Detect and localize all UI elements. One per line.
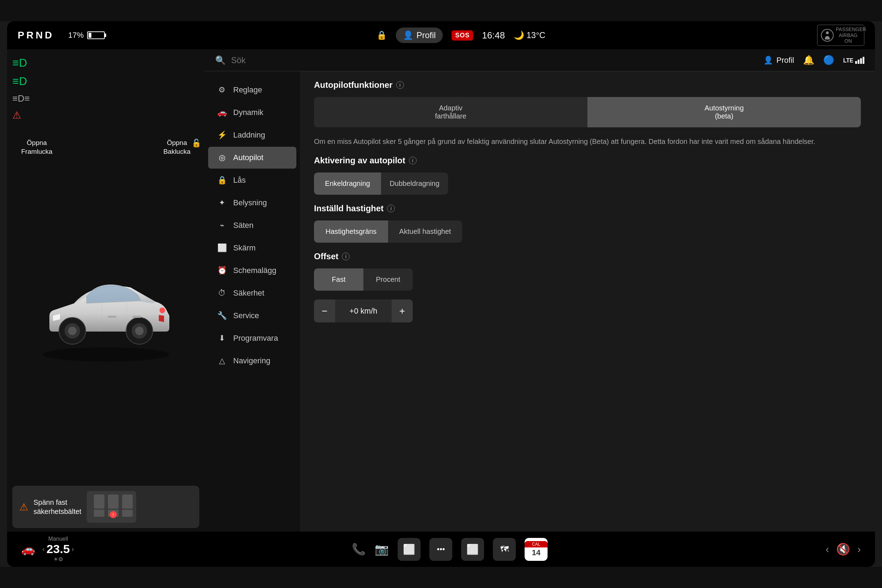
hazard-icon[interactable]: ⚠ bbox=[12, 110, 21, 121]
moon-icon: 🌙 bbox=[514, 30, 524, 40]
menu-item-laddning[interactable]: ⚡ Laddning bbox=[208, 124, 296, 146]
notification-icon[interactable]: 🔔 bbox=[803, 55, 814, 66]
menu-label-schemalag: Schemalägg bbox=[233, 266, 276, 275]
search-input[interactable] bbox=[231, 56, 764, 65]
menu-item-schemalag[interactable]: ⏰ Schemalägg bbox=[208, 260, 296, 282]
programvara-icon: ⬇ bbox=[217, 334, 227, 343]
seatbelt-warning-text: Spänn fast säkerhetsbältet bbox=[33, 498, 81, 516]
car-taskbar-icon[interactable]: 🚗 bbox=[21, 543, 35, 556]
dots-icon: ••• bbox=[437, 544, 445, 554]
navigering-icon: △ bbox=[217, 356, 227, 365]
temperature-value: 13°C bbox=[526, 30, 545, 40]
menu-item-navigering[interactable]: △ Navigering bbox=[208, 350, 296, 372]
menu-label-programvara: Programvara bbox=[233, 334, 278, 343]
hastighet-info-icon[interactable]: i bbox=[387, 205, 395, 212]
autostyrning-btn[interactable]: Autostyrning(beta) bbox=[587, 97, 861, 128]
menu-label-dynamik: Dynamik bbox=[233, 108, 264, 117]
nav-left-btn[interactable]: ‹ bbox=[825, 543, 829, 555]
lock-status-icon: 🔒 bbox=[376, 30, 387, 40]
car-container: Öppna Framlucka Öppna Baklucka 🔓 bbox=[7, 128, 205, 482]
more-apps-btn[interactable]: ••• bbox=[429, 538, 452, 561]
parking-light-icon[interactable]: ≡D≡ bbox=[12, 93, 30, 104]
adaptiv-farthallare-btn[interactable]: Adaptivfarthållare bbox=[314, 97, 587, 128]
menu-item-belysning[interactable]: ✦ Belysning bbox=[208, 192, 296, 214]
airbag-person-icon bbox=[821, 29, 834, 42]
svg-rect-15 bbox=[108, 495, 118, 508]
procent-btn[interactable]: Procent bbox=[363, 268, 413, 291]
saten-icon: ⌁ bbox=[217, 221, 227, 230]
taskbar-right: ‹ 🔇 › bbox=[825, 543, 861, 556]
parking-light-icon-item: ≡D≡ bbox=[12, 93, 200, 104]
menu-item-sakerhet[interactable]: ⏱ Säkerhet bbox=[208, 282, 296, 304]
home-screen-btn[interactable]: ⬜ bbox=[398, 538, 420, 561]
bluetooth-icon[interactable]: 🔵 bbox=[823, 55, 834, 66]
menu-item-dynamik[interactable]: 🚗 Dynamik bbox=[208, 102, 296, 123]
taskbar: 🚗 Manuell ‹ 23.5 › ☀⚙ 📞 📷 ⬜ ••• ⬜ bbox=[7, 532, 875, 567]
temp-value-display: 23.5 bbox=[46, 542, 70, 556]
battery-icon bbox=[87, 32, 105, 39]
aktivering-section-title: Aktivering av autopilot i bbox=[314, 156, 861, 165]
car-visual-area: Öppna Framlucka Öppna Baklucka 🔓 bbox=[7, 128, 205, 482]
svg-rect-11 bbox=[132, 316, 141, 318]
menu-item-service[interactable]: 🔧 Service bbox=[208, 305, 296, 327]
dubbeldragning-btn[interactable]: Dubbeldragning bbox=[381, 172, 448, 195]
map-btn[interactable]: 🗺 bbox=[493, 538, 516, 561]
menu-item-autopilot[interactable]: ◎ Autopilot bbox=[208, 147, 296, 169]
menu-item-saten[interactable]: ⌁ Säten bbox=[208, 214, 296, 236]
menu-item-las[interactable]: 🔒 Lås bbox=[208, 169, 296, 191]
hazard-icon-item: ⚠ bbox=[12, 110, 200, 121]
offset-info-icon[interactable]: i bbox=[342, 252, 350, 260]
lte-signal-icon: LTE bbox=[843, 57, 864, 64]
headlight-icon[interactable]: ≡D bbox=[12, 56, 27, 69]
calendar-btn[interactable]: CAL 14 bbox=[525, 538, 548, 561]
profile-section-header[interactable]: 👤 Profil bbox=[764, 56, 794, 65]
hastighet-title-text: Inställd hastighet bbox=[314, 204, 384, 213]
headlight-icon-item: ≡D bbox=[12, 56, 200, 69]
speed-plus-btn[interactable]: + bbox=[392, 300, 413, 322]
offset-section-title: Offset i bbox=[314, 252, 861, 261]
interior-light-icon-item: ≡D bbox=[12, 75, 200, 88]
warning-triangle-icon: ⚠ bbox=[20, 501, 28, 513]
temp-decrease-btn[interactable]: ‹ bbox=[42, 545, 45, 553]
phone-icon[interactable]: 📞 bbox=[352, 543, 366, 556]
svg-rect-10 bbox=[108, 316, 116, 318]
aktuell-hastighet-btn[interactable]: Aktuell hastighet bbox=[388, 220, 462, 243]
svg-rect-18 bbox=[122, 510, 133, 517]
nav-right-btn[interactable]: › bbox=[857, 543, 861, 555]
temp-increase-btn[interactable]: › bbox=[72, 545, 74, 553]
open-baklucka-label[interactable]: Öppna Baklucka bbox=[164, 139, 190, 156]
status-bar: PRND 17% 🔒 👤 Profil SOS 16:48 🌙 13°C bbox=[7, 21, 875, 50]
offset-title-text: Offset bbox=[314, 252, 338, 261]
sakerhet-icon: ⏱ bbox=[217, 288, 227, 298]
menu-item-skarm[interactable]: ⬜ Skärm bbox=[208, 237, 296, 259]
speed-minus-btn[interactable]: − bbox=[314, 300, 335, 322]
interior-light-icon[interactable]: ≡D bbox=[12, 75, 27, 88]
menu-label-service: Service bbox=[233, 311, 259, 320]
right-panel: 🔍 👤 Profil 🔔 🔵 LTE bbox=[205, 50, 875, 532]
apps-icon: ⬜ bbox=[466, 543, 479, 555]
settings-body: ⚙ Reglage 🚗 Dynamik ⚡ Laddning ◎ Autopil… bbox=[205, 71, 875, 532]
menu-item-programvara[interactable]: ⬇ Programvara bbox=[208, 327, 296, 349]
profile-person-icon: 👤 bbox=[403, 30, 414, 40]
taskbar-center: 📞 📷 ⬜ ••• ⬜ 🗺 CAL 14 bbox=[352, 538, 548, 561]
calendar-date: 14 bbox=[532, 548, 540, 557]
autopilot-icon: ◎ bbox=[217, 153, 227, 162]
temp-icons-label: ☀⚙ bbox=[53, 556, 63, 562]
speed-value: +0 km/h bbox=[335, 306, 392, 316]
profile-button[interactable]: 👤 Profil bbox=[396, 27, 443, 43]
app-launcher-btn[interactable]: ⬜ bbox=[461, 538, 484, 561]
aktivering-info-icon[interactable]: i bbox=[409, 157, 417, 164]
volume-icon[interactable]: 🔇 bbox=[836, 543, 850, 556]
enkeldragning-btn[interactable]: Enkeldragning bbox=[314, 172, 381, 195]
open-framlucka-label[interactable]: Öppna Framlucka bbox=[21, 139, 52, 156]
sos-badge[interactable]: SOS bbox=[452, 30, 473, 40]
menu-item-reglage[interactable]: ⚙ Reglage bbox=[208, 79, 296, 101]
hastighetsgrans-btn[interactable]: Hastighetsgräns bbox=[314, 220, 388, 243]
autostyrning-label: Autostyrning(beta) bbox=[705, 104, 744, 120]
baklucka-lock-icon: 🔓 bbox=[192, 139, 201, 148]
seat-diagram: ! bbox=[87, 491, 136, 523]
fast-btn[interactable]: Fast bbox=[314, 268, 363, 291]
camera-icon[interactable]: 📷 bbox=[375, 543, 389, 556]
autopilot-info-icon[interactable]: i bbox=[396, 81, 404, 89]
svg-point-7 bbox=[135, 327, 144, 335]
